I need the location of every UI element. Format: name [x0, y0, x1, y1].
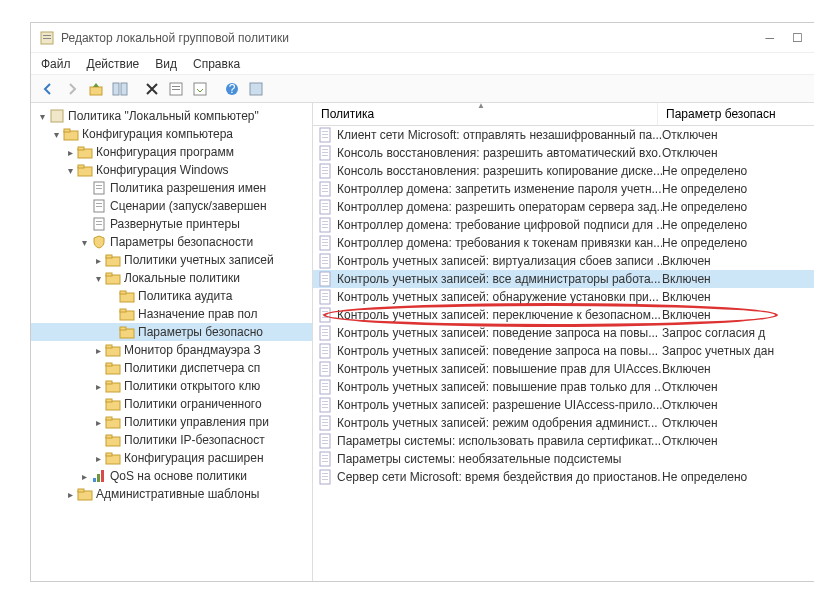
list-row[interactable]: Контроль учетных записей: поведение запр… — [313, 324, 814, 342]
tree-item-nlm[interactable]: Политики диспетчера сп — [31, 359, 312, 377]
policy-cell: Параметры системы: использовать правила … — [337, 434, 662, 448]
expander-icon[interactable]: ▾ — [77, 237, 91, 248]
svg-rect-67 — [322, 167, 328, 168]
tree-item-software_restriction[interactable]: Политики ограниченного — [31, 395, 312, 413]
tree-item-user_rights[interactable]: Назначение прав пол — [31, 305, 312, 323]
up-button[interactable] — [85, 78, 107, 100]
expander-icon[interactable]: ▸ — [91, 345, 105, 356]
list-row[interactable]: Консоль восстановления: разрешить автома… — [313, 144, 814, 162]
toolbar: ? — [31, 75, 814, 103]
svg-rect-32 — [106, 273, 112, 276]
list-row[interactable]: Контроль учетных записей: обнаружение ус… — [313, 288, 814, 306]
tree-item-software_config[interactable]: ▸Конфигурация программ — [31, 143, 312, 161]
refresh-button[interactable] — [245, 78, 267, 100]
tree-item-root[interactable]: ▾Политика "Локальный компьютер" — [31, 107, 312, 125]
policy-cell: Контроль учетных записей: обнаружение ус… — [337, 290, 662, 304]
list-row[interactable]: Контроллер домена: разрешить операторам … — [313, 198, 814, 216]
tree-label: Политики учетных записей — [124, 253, 274, 267]
param-cell: Не определено — [662, 236, 814, 250]
expander-icon[interactable]: ▾ — [35, 111, 49, 122]
tree-item-ipsec[interactable]: Политики IP-безопасност — [31, 431, 312, 449]
forward-button[interactable] — [61, 78, 83, 100]
svg-rect-1 — [43, 35, 51, 36]
tree-item-security_options[interactable]: Параметры безопасно — [31, 323, 312, 341]
tree-item-security_settings[interactable]: ▾Параметры безопасности — [31, 233, 312, 251]
back-button[interactable] — [37, 78, 59, 100]
tree-item-qos[interactable]: ▸QoS на основе политики — [31, 467, 312, 485]
svg-rect-97 — [322, 299, 328, 300]
menu-action[interactable]: Действие — [87, 57, 140, 71]
tree-item-name_resolution[interactable]: Политика разрешения имен — [31, 179, 312, 197]
list-row[interactable]: Контроль учетных записей: виртуализация … — [313, 252, 814, 270]
expander-icon[interactable]: ▸ — [91, 453, 105, 464]
help-button[interactable]: ? — [221, 78, 243, 100]
tree-item-app_control[interactable]: ▸Политики управления при — [31, 413, 312, 431]
svg-rect-25 — [96, 206, 102, 207]
export-button[interactable] — [189, 78, 211, 100]
column-param[interactable]: Параметр безопасн — [658, 103, 814, 125]
expander-icon[interactable]: ▸ — [63, 489, 77, 500]
svg-rect-119 — [322, 401, 328, 402]
tree-item-audit_policy[interactable]: Политика аудита — [31, 287, 312, 305]
delete-button[interactable] — [141, 78, 163, 100]
list-row[interactable]: Контроль учетных записей: повышение прав… — [313, 378, 814, 396]
list-row[interactable]: Сервер сети Microsoft: время бездействия… — [313, 468, 814, 486]
expander-icon[interactable]: ▸ — [91, 381, 105, 392]
tree-item-advanced_audit[interactable]: ▸Конфигурация расширен — [31, 449, 312, 467]
menu-help[interactable]: Справка — [193, 57, 240, 71]
svg-rect-103 — [322, 329, 328, 330]
tree-item-windows_config[interactable]: ▾Конфигурация Windows — [31, 161, 312, 179]
list-row[interactable]: Клиент сети Microsoft: отправлять незаши… — [313, 126, 814, 144]
list-row[interactable]: Контроллер домена: требование цифровой п… — [313, 216, 814, 234]
column-policy[interactable]: Политика▲ — [313, 103, 658, 125]
tree-item-public_key[interactable]: ▸Политики открытого клю — [31, 377, 312, 395]
expander-icon[interactable]: ▾ — [63, 165, 77, 176]
list-row[interactable]: Контроль учетных записей: повышение прав… — [313, 360, 814, 378]
tree-item-local_policies[interactable]: ▾Локальные политики — [31, 269, 312, 287]
expander-icon[interactable]: ▾ — [49, 129, 63, 140]
list-row[interactable]: Контроллер домена: запретить изменение п… — [313, 180, 814, 198]
expander-icon[interactable]: ▸ — [91, 417, 105, 428]
svg-rect-57 — [78, 489, 84, 492]
tree-item-scripts[interactable]: Сценарии (запуск/завершен — [31, 197, 312, 215]
expander-icon[interactable]: ▾ — [91, 273, 105, 284]
minimize-button[interactable]: ─ — [765, 31, 774, 45]
svg-rect-60 — [322, 134, 328, 135]
list-row[interactable]: Контроль учетных записей: разрешение UIA… — [313, 396, 814, 414]
svg-rect-68 — [322, 170, 328, 171]
svg-rect-108 — [322, 350, 328, 351]
maximize-button[interactable]: ☐ — [792, 31, 803, 45]
svg-rect-129 — [322, 443, 328, 444]
window-title: Редактор локальной групповой политики — [61, 31, 765, 45]
expander-icon[interactable]: ▸ — [77, 471, 91, 482]
tree-item-deployed_printers[interactable]: Развернутые принтеры — [31, 215, 312, 233]
list-row[interactable]: Консоль восстановления: разрешить копиро… — [313, 162, 814, 180]
list-body[interactable]: Клиент сети Microsoft: отправлять незаши… — [313, 126, 814, 581]
tree-pane[interactable]: ▾Политика "Локальный компьютер"▾Конфигур… — [31, 103, 313, 581]
list-row[interactable]: Контроль учетных записей: режим одобрени… — [313, 414, 814, 432]
list-row[interactable]: Параметры системы: необязательные подсис… — [313, 450, 814, 468]
tree-item-firewall[interactable]: ▸Монитор брандмауэра З — [31, 341, 312, 359]
list-row[interactable]: Контроль учетных записей: переключение к… — [313, 306, 814, 324]
tree-label: Политики управления при — [124, 415, 269, 429]
list-row[interactable]: Контроль учетных записей: поведение запр… — [313, 342, 814, 360]
policy-cell: Контроль учетных записей: все администра… — [337, 272, 662, 286]
tree-item-account_policies[interactable]: ▸Политики учетных записей — [31, 251, 312, 269]
svg-rect-77 — [322, 209, 328, 210]
policy-cell: Контроль учетных записей: повышение прав… — [337, 362, 662, 376]
list-row[interactable]: Контроль учетных записей: все администра… — [313, 270, 814, 288]
menu-file[interactable]: Файл — [41, 57, 71, 71]
svg-rect-135 — [322, 473, 328, 474]
svg-rect-112 — [322, 368, 328, 369]
list-row[interactable]: Контроллер домена: требования к токенам … — [313, 234, 814, 252]
expander-icon[interactable]: ▸ — [91, 255, 105, 266]
properties-button[interactable] — [165, 78, 187, 100]
tree-item-computer_config[interactable]: ▾Конфигурация компьютера — [31, 125, 312, 143]
list-row[interactable]: Параметры системы: использовать правила … — [313, 432, 814, 450]
svg-rect-72 — [322, 188, 328, 189]
menu-view[interactable]: Вид — [155, 57, 177, 71]
tree-item-admin_templates[interactable]: ▸Административные шаблоны — [31, 485, 312, 503]
policy-cell: Контроллер домена: разрешить операторам … — [337, 200, 662, 214]
show-hide-button[interactable] — [109, 78, 131, 100]
expander-icon[interactable]: ▸ — [63, 147, 77, 158]
